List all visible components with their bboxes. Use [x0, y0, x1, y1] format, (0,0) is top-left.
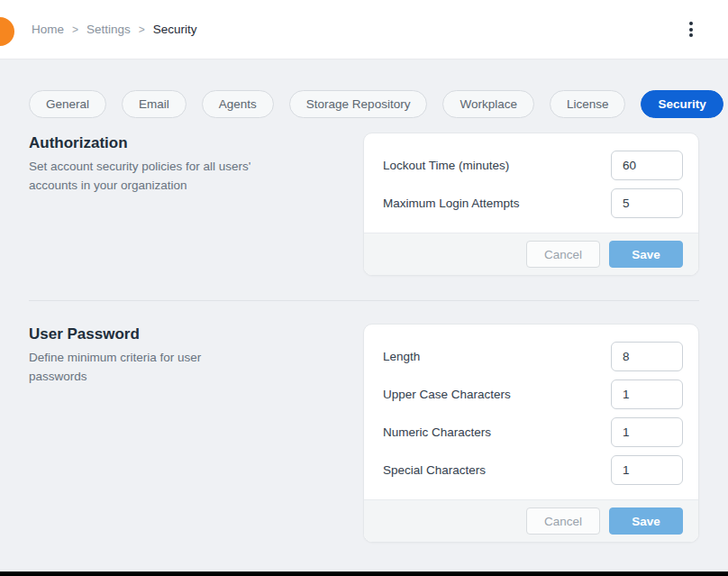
- settings-tabs: General Email Agents Storage Repository …: [29, 90, 699, 118]
- authorization-card: Lockout Time (minutes) Maximum Login Att…: [363, 133, 699, 276]
- numeric-label: Numeric Characters: [383, 425, 491, 439]
- upper-case-label: Upper Case Characters: [383, 388, 511, 401]
- lockout-time-label: Lockout Time (minutes): [383, 159, 509, 172]
- section-divider: [29, 300, 699, 301]
- breadcrumb-separator: >: [139, 23, 145, 36]
- section-title: User Password: [29, 325, 344, 343]
- settings-page: General Email Agents Storage Repository …: [0, 59, 728, 543]
- tab-general[interactable]: General: [29, 90, 106, 118]
- section-authorization-info: Authorization Set account security polic…: [29, 133, 344, 196]
- bottom-bar: [0, 571, 728, 576]
- section-user-password-info: User Password Define minimum criteria fo…: [29, 324, 344, 387]
- cancel-button[interactable]: Cancel: [526, 507, 600, 535]
- lockout-time-input[interactable]: [611, 151, 683, 180]
- save-button[interactable]: Save: [609, 241, 683, 268]
- save-button[interactable]: Save: [609, 507, 683, 535]
- user-password-footer: Cancel Save: [364, 499, 698, 542]
- tab-security[interactable]: Security: [641, 90, 723, 118]
- field-row-special: Special Characters: [383, 455, 683, 485]
- field-row-upper-case: Upper Case Characters: [383, 379, 683, 409]
- upper-case-input[interactable]: [611, 379, 683, 409]
- max-login-attempts-input[interactable]: [611, 188, 683, 218]
- user-password-card: Length Upper Case Characters Numeric Cha…: [363, 324, 699, 543]
- tab-license[interactable]: License: [550, 90, 626, 118]
- section-description: Define minimum criteria for user passwor…: [29, 349, 261, 387]
- logo-icon: [0, 17, 14, 46]
- kebab-menu-icon[interactable]: [679, 18, 703, 41]
- cancel-button[interactable]: Cancel: [526, 241, 600, 268]
- length-label: Length: [383, 350, 420, 363]
- breadcrumb-home[interactable]: Home: [32, 23, 64, 36]
- tab-agents[interactable]: Agents: [202, 90, 274, 118]
- field-row-length: Length: [383, 342, 683, 371]
- length-input[interactable]: [611, 342, 683, 371]
- breadcrumb-settings[interactable]: Settings: [86, 23, 131, 36]
- section-description: Set account security policies for all us…: [29, 158, 261, 196]
- field-row-lockout-time: Lockout Time (minutes): [383, 151, 683, 180]
- numeric-input[interactable]: [611, 417, 683, 447]
- field-row-max-login-attempts: Maximum Login Attempts: [383, 188, 683, 218]
- special-input[interactable]: [611, 455, 683, 485]
- max-login-attempts-label: Maximum Login Attempts: [383, 197, 520, 210]
- breadcrumb-security: Security: [153, 23, 197, 36]
- breadcrumb: Home > Settings > Security: [32, 23, 197, 36]
- tab-email[interactable]: Email: [122, 90, 187, 118]
- section-authorization: Authorization Set account security polic…: [29, 133, 699, 276]
- field-row-numeric: Numeric Characters: [383, 417, 683, 447]
- authorization-footer: Cancel Save: [364, 233, 698, 275]
- special-label: Special Characters: [383, 463, 486, 477]
- section-user-password: User Password Define minimum criteria fo…: [29, 324, 699, 543]
- breadcrumb-separator: >: [72, 23, 78, 36]
- header: Home > Settings > Security: [0, 0, 728, 59]
- tab-workplace[interactable]: Workplace: [442, 90, 534, 118]
- section-title: Authorization: [29, 134, 344, 152]
- user-password-fields: Length Upper Case Characters Numeric Cha…: [364, 325, 698, 499]
- tab-storage-repository[interactable]: Storage Repository: [289, 90, 428, 118]
- authorization-fields: Lockout Time (minutes) Maximum Login Att…: [364, 133, 698, 233]
